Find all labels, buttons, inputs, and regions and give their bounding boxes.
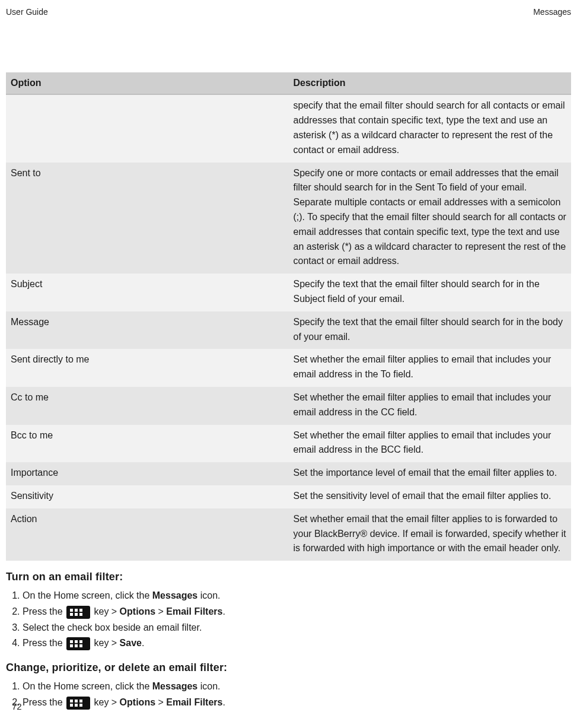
list-item: Press the key > Options > Email Filters. [23, 604, 571, 620]
option-cell [6, 94, 289, 162]
header-right: Messages [533, 6, 571, 19]
page-header: User Guide Messages [6, 6, 571, 19]
option-cell: Message [6, 311, 289, 349]
table-row: Cc to meSet whether the email filter app… [6, 387, 571, 425]
menu-key-icon [66, 637, 90, 650]
list-item: Press the key > Save. [23, 635, 571, 651]
table-row: Sent directly to meSet whether the email… [6, 349, 571, 387]
option-cell: Importance [6, 462, 289, 485]
description-cell: Set whether email that the email filter … [289, 508, 572, 561]
header-left: User Guide [6, 6, 48, 19]
options-table-body: specify that the email filter should sea… [6, 94, 571, 561]
option-cell: Subject [6, 274, 289, 311]
option-cell: Sensitivity [6, 485, 289, 508]
option-cell: Cc to me [6, 387, 289, 425]
options-table: Option Description specify that the emai… [6, 72, 571, 561]
table-row: SensitivitySet the sensitivity level of … [6, 485, 571, 508]
table-row: MessageSpecify the text that the email f… [6, 311, 571, 349]
section-title-change: Change, prioritize, or delete an email f… [6, 660, 571, 676]
option-cell: Sent to [6, 163, 289, 274]
table-row: specify that the email filter should sea… [6, 94, 571, 162]
option-cell: Sent directly to me [6, 349, 289, 387]
list-item: On the Home screen, click the Messages i… [23, 679, 571, 695]
option-cell: Action [6, 508, 289, 561]
description-cell: Specify the text that the email filter s… [289, 311, 572, 349]
list-item: On the Home screen, click the Messages i… [23, 588, 571, 604]
description-cell: Set whether the email filter applies to … [289, 387, 572, 425]
table-header-option: Option [6, 72, 289, 95]
change-steps: On the Home screen, click the Messages i… [6, 679, 571, 711]
description-cell: Set the importance level of email that t… [289, 462, 572, 485]
table-row: SubjectSpecify the text that the email f… [6, 274, 571, 311]
table-header-description: Description [289, 72, 572, 95]
menu-key-icon [66, 697, 90, 710]
description-cell: Set the sensitivity level of email that … [289, 485, 572, 508]
section-title-turn-on: Turn on an email filter: [6, 569, 571, 586]
list-item: Press the key > Options > Email Filters. [23, 695, 571, 711]
option-cell: Bcc to me [6, 425, 289, 463]
menu-key-icon [66, 606, 90, 619]
table-row: ActionSet whether email that the email f… [6, 508, 571, 561]
description-cell: Set whether the email filter applies to … [289, 425, 572, 463]
description-cell: specify that the email filter should sea… [289, 94, 572, 162]
table-row: Bcc to meSet whether the email filter ap… [6, 425, 571, 463]
description-cell: Specify one or more contacts or email ad… [289, 163, 572, 274]
list-item: Select the check box beside an email fil… [23, 620, 571, 636]
page-number: 72 [12, 700, 22, 713]
table-row: ImportanceSet the importance level of em… [6, 462, 571, 485]
table-row: Sent toSpecify one or more contacts or e… [6, 163, 571, 274]
turn-on-steps: On the Home screen, click the Messages i… [6, 588, 571, 651]
description-cell: Specify the text that the email filter s… [289, 274, 572, 311]
description-cell: Set whether the email filter applies to … [289, 349, 572, 387]
